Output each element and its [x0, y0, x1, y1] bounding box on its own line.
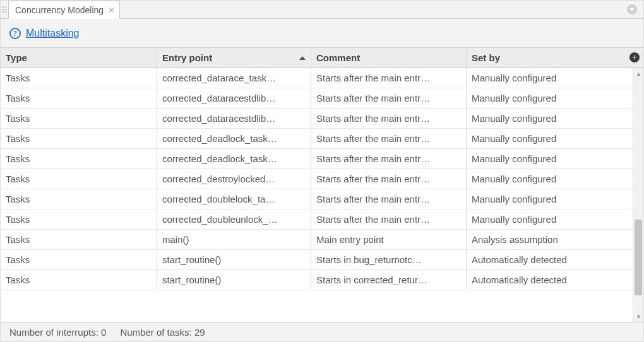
cell-type-text: Tasks	[6, 93, 152, 103]
cell-type-text: Tasks	[6, 73, 152, 83]
table-row[interactable]: Taskscorrected_destroylocked…Starts afte…	[1, 169, 633, 189]
table-row[interactable]: Taskscorrected_doublelock_ta…Starts afte…	[1, 189, 633, 209]
cell-comment-text: Starts after the main entr…	[316, 133, 461, 144]
table-row[interactable]: Tasksstart_routine()Starts in corrected_…	[1, 270, 633, 290]
multitasking-link[interactable]: Multitasking	[26, 28, 79, 39]
cell-entry: corrected_deadlock_task…	[157, 129, 311, 148]
cell-entry: start_routine()	[157, 250, 311, 269]
cell-setby: Manually configured	[467, 88, 624, 108]
cell-entry: corrected_destroylocked…	[157, 169, 311, 189]
cell-setby-text: Manually configured	[472, 153, 619, 164]
cell-comment-text: Starts after the main entr…	[316, 214, 461, 225]
cell-comment-text: Starts after the main entr…	[316, 174, 461, 184]
cell-setby: Manually configured	[467, 149, 624, 168]
cell-setby: Manually configured	[467, 189, 624, 209]
cell-type: Tasks	[1, 149, 157, 168]
cell-entry-text: corrected_dataracestdlib…	[162, 93, 306, 103]
column-header-type-label: Type	[6, 52, 152, 63]
interrupts-count: Number of interrupts: 0	[9, 327, 106, 338]
cell-setby: Automatically detected	[467, 250, 624, 269]
interrupts-value: 0	[101, 327, 106, 338]
table-row[interactable]: Taskscorrected_deadlock_task…Starts afte…	[1, 149, 633, 169]
column-header-type[interactable]: Type	[1, 48, 157, 68]
cell-entry-text: corrected_deadlock_task…	[162, 133, 306, 144]
cell-type-text: Tasks	[6, 254, 152, 265]
cell-setby-text: Manually configured	[472, 133, 619, 144]
table-row[interactable]: Taskscorrected_dataracestdlib…Starts aft…	[1, 109, 633, 129]
cell-comment-text: Starts after the main entr…	[316, 93, 461, 103]
tab-bar: Concurrency Modeling ×	[1, 1, 643, 19]
interrupts-label: Number of interrupts:	[9, 327, 98, 338]
table-row[interactable]: Tasksmain()Main entry pointAnalysis assu…	[1, 230, 633, 250]
sort-ascending-icon	[299, 56, 306, 60]
tasks-count: Number of tasks: 29	[120, 327, 205, 338]
cell-setby: Manually configured	[467, 169, 624, 189]
cell-entry: main()	[157, 230, 311, 249]
cell-entry: start_routine()	[157, 270, 311, 290]
column-header-entry[interactable]: Entry point	[157, 48, 311, 68]
cell-comment-text: Starts after the main entr…	[316, 153, 461, 164]
column-header-comment-label: Comment	[316, 52, 461, 63]
table-row[interactable]: Taskscorrected_datarace_task…Starts afte…	[1, 68, 633, 88]
cell-entry: corrected_doublelock_ta…	[157, 189, 311, 209]
cell-comment: Starts in corrected_retur…	[311, 270, 467, 290]
cell-setby-text: Manually configured	[472, 194, 619, 204]
table-header-row: Type Entry point Comment Set by	[1, 48, 643, 68]
cell-setby-text: Analysis assumption	[472, 234, 619, 245]
cell-entry-text: main()	[162, 234, 306, 245]
cell-entry-text: corrected_destroylocked…	[162, 174, 306, 184]
table-row[interactable]: Taskscorrected_dataracestdlib…Starts aft…	[1, 88, 633, 109]
scroll-up-icon[interactable]: ▴	[633, 68, 643, 79]
status-bar: Number of interrupts: 0 Number of tasks:…	[1, 322, 643, 341]
scroll-down-icon[interactable]: ▾	[633, 311, 643, 322]
cell-entry: corrected_deadlock_task…	[157, 149, 311, 168]
cell-comment-text: Starts after the main entr…	[316, 113, 461, 124]
cell-type-text: Tasks	[6, 234, 152, 245]
cell-type: Tasks	[1, 88, 157, 108]
cell-comment-text: Starts in bug_returnotc…	[316, 254, 461, 265]
table-row[interactable]: Taskscorrected_deadlock_task…Starts afte…	[1, 129, 633, 149]
cell-type: Tasks	[1, 109, 157, 128]
cell-type: Tasks	[1, 68, 157, 88]
cell-type-text: Tasks	[6, 214, 152, 225]
cell-setby: Manually configured	[467, 109, 624, 128]
cell-type-text: Tasks	[6, 113, 152, 124]
cell-entry-text: start_routine()	[162, 254, 306, 265]
column-header-setby[interactable]: Set by	[467, 48, 624, 68]
cell-comment: Starts after the main entr…	[311, 189, 467, 209]
table-row[interactable]: Tasksstart_routine()Starts in bug_return…	[1, 250, 633, 270]
table-row[interactable]: Taskscorrected_doubleunlock_…Starts afte…	[1, 209, 633, 230]
scroll-thumb[interactable]	[635, 220, 642, 295]
cell-comment: Starts after the main entr…	[311, 129, 467, 148]
help-icon[interactable]: ?	[9, 28, 21, 39]
cell-entry-text: corrected_datarace_task…	[162, 73, 306, 83]
collapse-panel-icon[interactable]	[627, 4, 637, 15]
cell-entry: corrected_datarace_task…	[157, 68, 311, 88]
cell-setby-text: Manually configured	[472, 174, 619, 184]
cell-setby: Analysis assumption	[467, 230, 624, 249]
cell-entry-text: corrected_doublelock_ta…	[162, 194, 306, 204]
cell-type-text: Tasks	[6, 174, 152, 184]
add-column-icon[interactable]: +	[629, 52, 640, 62]
cell-comment: Starts after the main entr…	[311, 209, 467, 229]
vertical-scrollbar[interactable]: ▴ ▾	[633, 68, 643, 322]
close-icon[interactable]: ×	[109, 5, 114, 15]
cell-comment-text: Main entry point	[316, 234, 461, 245]
cell-type: Tasks	[1, 230, 157, 249]
cell-setby: Manually configured	[467, 129, 624, 148]
cell-comment-text: Starts after the main entr…	[316, 194, 461, 204]
cell-comment-text: Starts in corrected_retur…	[316, 274, 461, 285]
cell-type: Tasks	[1, 270, 157, 290]
cell-type: Tasks	[1, 209, 157, 229]
cell-comment: Starts after the main entr…	[311, 88, 467, 108]
cell-type-text: Tasks	[6, 274, 152, 285]
cell-entry: corrected_dataracestdlib…	[157, 109, 311, 128]
cell-setby: Manually configured	[467, 209, 624, 229]
tasks-value: 29	[194, 327, 205, 338]
tab-concurrency-modeling[interactable]: Concurrency Modeling ×	[8, 1, 120, 19]
tab-grip-icon[interactable]	[1, 1, 8, 18]
column-header-comment[interactable]: Comment	[311, 48, 467, 68]
concurrency-modeling-panel: Concurrency Modeling × ? Multitasking Ty…	[0, 0, 644, 342]
cell-setby-text: Automatically detected	[472, 254, 619, 265]
table-body: Taskscorrected_datarace_task…Starts afte…	[1, 68, 633, 322]
